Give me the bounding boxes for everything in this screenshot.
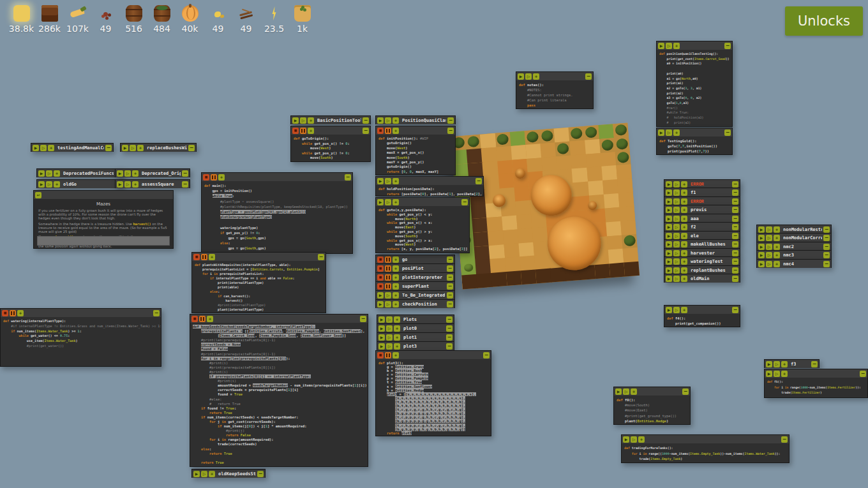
collapse-button[interactable]: −	[447, 256, 453, 263]
window-ele[interactable]: ▶▷+ele−	[664, 231, 740, 240]
collapse-button[interactable]: −	[188, 145, 195, 151]
collapse-button[interactable]: −	[732, 207, 738, 213]
add-window-button[interactable]: +	[638, 436, 645, 443]
run-button[interactable]: ▶	[377, 292, 384, 299]
window-titlebar[interactable]: ■+plotInterpreter−	[376, 273, 454, 281]
window-titlebar[interactable]: ■+−	[1, 309, 161, 317]
collapse-button[interactable]: −	[182, 181, 188, 188]
window-TestingGold[interactable]: ▶▷+−def TestingGold(): goTo(7,7,initPosi…	[656, 128, 733, 155]
step-button[interactable]: ▷	[385, 117, 391, 124]
window-plot3-code[interactable]: ■+−def plot3(): g = Entities.Grass b = E…	[375, 350, 491, 436]
window-aaa[interactable]: ▶▷+aaa−	[664, 214, 740, 223]
window-makeAllBushes[interactable]: ▶▷+makeAllBushes−	[664, 239, 740, 248]
collapse-button[interactable]: −	[732, 307, 738, 313]
collapse-button[interactable]: −	[318, 254, 324, 260]
run-button[interactable]: ▶	[38, 170, 45, 177]
window-plotInterpreter[interactable]: ■+plotInterpreter−	[375, 272, 455, 281]
collapse-button[interactable]: −	[811, 361, 818, 367]
collapse-button[interactable]: −	[363, 117, 369, 124]
pause-button[interactable]	[385, 265, 391, 272]
window-titlebar[interactable]: ▶▷+oldMain−	[664, 274, 740, 283]
window-titlebar[interactable]: ▶▷+−	[657, 128, 732, 137]
add-window-button[interactable]: +	[774, 235, 780, 241]
collapse-button[interactable]: −	[732, 198, 738, 205]
add-window-button[interactable]: +	[393, 178, 399, 184]
window-Plots[interactable]: ▶▷+Plots−	[377, 314, 454, 323]
add-window-button[interactable]: +	[781, 371, 788, 377]
collapse-button[interactable]: −	[446, 343, 453, 350]
step-button[interactable]: ▷	[631, 436, 637, 443]
window-checkPosition[interactable]: ▶▷+checkPosition−	[375, 299, 455, 308]
code-editor[interactable]: def f5(): for i in range(1000-num_items(…	[765, 378, 867, 398]
step-button[interactable]: ▷	[673, 198, 680, 205]
collapse-button[interactable]: −	[823, 244, 830, 250]
code-editor[interactable]: def f4(): print(get_companion())	[664, 314, 740, 327]
window-titlebar[interactable]: ▶▷+To_Be_Integrated−	[376, 291, 454, 299]
window-titlebar[interactable]: ▶▷+Deprecated_Orig−	[116, 169, 190, 177]
add-window-button[interactable]: +	[394, 343, 400, 350]
stop-button[interactable]: ■	[377, 352, 384, 359]
collapse-button[interactable]: −	[182, 170, 188, 177]
step-button[interactable]: ▷	[130, 145, 136, 151]
window-Deprecated_Orig[interactable]: ▶▷+Deprecated_Orig−	[115, 168, 190, 177]
add-window-button[interactable]: +	[393, 256, 399, 263]
code-editor[interactable]: def goToOrigin(): while get_pos_x() != 0…	[291, 135, 370, 162]
add-window-button[interactable]: +	[54, 170, 60, 177]
step-button[interactable]: ▷	[386, 325, 393, 332]
step-button[interactable]: ▷	[673, 267, 680, 274]
add-window-button[interactable]: +	[774, 226, 780, 233]
add-window-button[interactable]: +	[681, 181, 687, 188]
collapse-button[interactable]: −	[823, 226, 830, 233]
collapse-button[interactable]: −	[153, 310, 160, 316]
window-plot1[interactable]: ▶▷+plot1−	[377, 332, 454, 341]
collapse-button[interactable]: −	[732, 241, 738, 248]
window-titlebar[interactable]: ■+−	[291, 126, 370, 135]
add-window-button[interactable]: +	[393, 292, 399, 299]
step-button[interactable]: ▷	[385, 199, 391, 205]
run-button[interactable]: ▶	[193, 471, 200, 477]
run-button[interactable]: ▶	[666, 189, 672, 196]
step-button[interactable]: ▷	[766, 261, 772, 267]
window-titlebar[interactable]: ■+go−	[376, 255, 454, 263]
window-initPosition[interactable]: ■+−def initPosition(): #WIP gotoOrigin()…	[375, 126, 456, 175]
collapse-button[interactable]: −	[105, 145, 112, 151]
code-editor[interactable]: def notas(): #NOTES: #Cannot print strin…	[516, 80, 593, 109]
window-titlebar[interactable]: ■+posiPlot−	[376, 264, 454, 272]
add-window-button[interactable]: +	[533, 73, 539, 80]
run-button[interactable]: ▶	[292, 117, 299, 124]
pause-button[interactable]	[300, 128, 306, 134]
step-button[interactable]: ▷	[46, 181, 52, 188]
window-titlebar[interactable]: ▶▷+oldGo−	[37, 180, 123, 188]
window-titlebar[interactable]: ▶▷+−	[376, 177, 483, 185]
window-titlebar[interactable]: ▶▷+previs−	[664, 205, 740, 214]
add-window-button[interactable]: +	[631, 388, 637, 395]
code-editor[interactable]: def tradingForMoreTanks(): for i in rang…	[622, 443, 789, 463]
run-button[interactable]: ▶	[518, 73, 524, 80]
run-button[interactable]: ▶	[766, 371, 772, 377]
add-window-button[interactable]: +	[218, 174, 225, 181]
window-f3[interactable]: ▶▷+f3−	[764, 359, 819, 368]
step-button[interactable]: ▷	[673, 233, 680, 239]
code-editor[interactable]: def keepSeedsStocked(seedsTargetNumber, …	[190, 323, 368, 467]
step-button[interactable]: ▷	[124, 170, 131, 177]
step-button[interactable]: ▷	[666, 129, 672, 136]
code-editor[interactable]: def main(): gps = initPosition() while T…	[202, 181, 352, 254]
window-titlebar[interactable]: ■+−	[376, 126, 455, 135]
pause-button[interactable]	[199, 316, 206, 322]
window-titlebar[interactable]: ▶▷+−	[765, 369, 867, 378]
window-oldGo[interactable]: ▶▷+oldGo−	[36, 179, 123, 188]
run-button[interactable]: ▶	[666, 224, 672, 230]
add-window-button[interactable]: +	[681, 258, 687, 265]
run-button[interactable]: ▶	[378, 316, 385, 323]
run-button[interactable]: ▶	[758, 244, 765, 250]
window-goto[interactable]: ▶▷+−def goto(x,y,posiData): while get_po…	[375, 197, 470, 253]
collapse-button[interactable]: −	[257, 471, 264, 477]
step-button[interactable]: ▷	[774, 361, 780, 367]
back-icon[interactable]: ↩	[35, 192, 41, 198]
collapse-button[interactable]: −	[475, 178, 482, 184]
window-titlebar[interactable]: ▶▷+−	[614, 387, 690, 396]
add-window-button[interactable]: +	[137, 145, 144, 151]
window-positionQuasiClassTesting[interactable]: ▶▷+−def positionQuasiClassTesting(): pri…	[656, 41, 733, 127]
collapse-button[interactable]: −	[860, 371, 866, 377]
step-button[interactable]: ▷	[766, 235, 772, 241]
